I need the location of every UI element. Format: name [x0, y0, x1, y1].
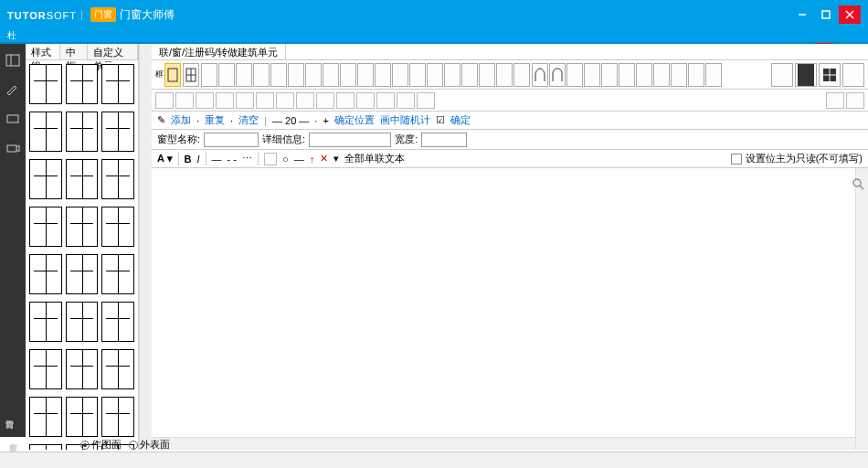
shape-btn[interactable] — [270, 63, 287, 87]
close-button[interactable] — [839, 5, 861, 24]
palette-item[interactable] — [101, 302, 134, 342]
ts2-btn[interactable] — [256, 92, 274, 109]
input-width[interactable] — [421, 133, 467, 147]
shape-btn[interactable] — [323, 63, 339, 87]
shape-btn[interactable] — [461, 63, 478, 87]
content-tab-0[interactable]: 联/窗/注册码/转做建筑单元 — [152, 44, 286, 59]
palette-item[interactable] — [101, 349, 134, 389]
palette-item[interactable] — [29, 349, 62, 389]
palette-item[interactable] — [101, 207, 134, 247]
ts2-btn[interactable] — [196, 92, 214, 109]
palette-tab-2[interactable]: 自定义单元 — [88, 44, 138, 59]
shape-btn[interactable] — [340, 63, 356, 87]
palette-item[interactable] — [66, 159, 99, 199]
vertical-tab[interactable]: 门窗管 — [2, 411, 17, 415]
palette-item[interactable] — [29, 302, 62, 342]
shape-btn[interactable] — [253, 63, 270, 87]
shape-btn[interactable] — [479, 63, 495, 87]
shape-btn[interactable] — [357, 63, 374, 87]
shape-btn[interactable] — [496, 63, 513, 87]
arch-btn[interactable] — [566, 63, 583, 87]
footer-tab-0[interactable]: 作图面 — [80, 438, 122, 452]
palette-item[interactable] — [66, 349, 99, 389]
ts2-btn[interactable] — [236, 92, 254, 109]
shape-btn[interactable] — [444, 63, 460, 87]
arch-btn[interactable] — [549, 63, 566, 87]
arch-btn[interactable] — [584, 63, 600, 87]
palette-item[interactable] — [101, 159, 134, 199]
search-icon[interactable] — [852, 177, 864, 190]
shape-btn[interactable] — [236, 63, 252, 87]
ts2-btn[interactable] — [356, 92, 375, 109]
shape-btn[interactable] — [409, 63, 426, 87]
ts2-btn[interactable] — [175, 92, 194, 109]
canvas-scrollbar-v[interactable] — [855, 168, 868, 450]
ts2-btn[interactable] — [296, 92, 314, 109]
edit-icon[interactable] — [5, 82, 20, 97]
shape-rect-sel[interactable] — [164, 63, 181, 87]
shape-btn[interactable] — [305, 63, 322, 87]
palette-item[interactable] — [66, 302, 99, 342]
ts2-btn[interactable] — [397, 92, 415, 109]
palette-item[interactable] — [29, 254, 62, 294]
palette-item[interactable] — [101, 254, 134, 294]
arch-btn[interactable] — [636, 63, 652, 87]
opt-rand[interactable]: 画中随机计 — [380, 113, 430, 127]
combo-label[interactable]: 全部单联文本 — [344, 152, 405, 165]
palette-item[interactable] — [29, 112, 62, 152]
maximize-button[interactable] — [815, 5, 837, 24]
palette-item[interactable] — [66, 64, 99, 104]
fill-solid-btn[interactable] — [795, 63, 817, 87]
palette-item[interactable] — [29, 207, 62, 247]
ts2-btn[interactable] — [276, 92, 294, 109]
palette-item[interactable] — [101, 112, 134, 152]
footer-tab-1[interactable]: 外表面 — [129, 438, 170, 452]
fill-hatch-btn[interactable] — [842, 63, 864, 87]
canvas-scrollbar-h[interactable] — [152, 437, 855, 450]
minimize-button[interactable] — [791, 5, 813, 24]
arch-btn[interactable] — [653, 63, 670, 87]
shape-btn[interactable] — [375, 63, 391, 87]
camera-icon[interactable] — [5, 141, 20, 155]
canvas[interactable] — [152, 168, 868, 450]
palette-item[interactable] — [66, 397, 99, 437]
opt-add[interactable]: 添加 — [171, 113, 191, 127]
ts2-btn[interactable] — [376, 92, 395, 109]
ts2-hatch2[interactable] — [846, 92, 864, 109]
opt-repeat[interactable]: 重复 — [205, 113, 225, 127]
arch-btn[interactable] — [619, 63, 635, 87]
toolstrip-handle[interactable]: 框 — [155, 69, 163, 80]
palette-item[interactable] — [29, 397, 62, 437]
palette-item[interactable] — [29, 159, 62, 199]
opt-ok[interactable]: 确定 — [450, 113, 471, 127]
shape-btn[interactable] — [218, 63, 235, 87]
arch-btn[interactable] — [688, 63, 704, 87]
ts2-btn[interactable] — [316, 92, 334, 109]
ts2-hatch1[interactable] — [826, 92, 844, 109]
box-icon[interactable] — [5, 112, 20, 126]
opt-clear[interactable]: 清空 — [238, 113, 259, 127]
eb-rect[interactable] — [264, 153, 277, 165]
shape-btn[interactable] — [288, 63, 304, 87]
input-detail[interactable] — [309, 133, 391, 147]
opt-step[interactable]: — 20 — — [272, 115, 309, 126]
pattern-btn[interactable] — [771, 63, 793, 87]
shape-btn[interactable] — [513, 63, 530, 87]
palette-tab-0[interactable]: 样式组 — [26, 44, 60, 59]
palette-item[interactable] — [101, 64, 134, 104]
ts2-btn[interactable] — [336, 92, 355, 109]
palette-scrollbar[interactable] — [139, 44, 152, 450]
ts2-btn[interactable] — [155, 92, 174, 109]
palette-tab-1[interactable]: 中框 — [60, 44, 88, 59]
arch-btn[interactable] — [705, 63, 722, 87]
ts2-btn[interactable] — [216, 92, 234, 109]
opt-pos[interactable]: 确定位置 — [334, 113, 375, 127]
fill-grid-btn[interactable] — [819, 63, 841, 87]
palette-item[interactable] — [66, 112, 99, 152]
arch-btn[interactable] — [671, 63, 687, 87]
shape-btn[interactable] — [201, 63, 217, 87]
palette-item[interactable] — [66, 207, 99, 247]
palette-item[interactable] — [101, 397, 134, 437]
input-name[interactable] — [204, 133, 259, 147]
arch-btn[interactable] — [601, 63, 618, 87]
